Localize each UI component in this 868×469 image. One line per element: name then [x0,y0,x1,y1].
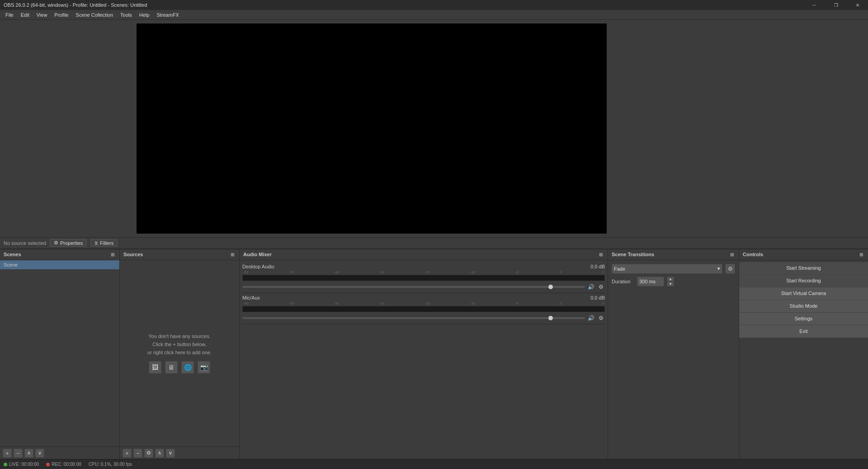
scenes-panel-popout-icon[interactable]: ⊞ [109,251,116,258]
duration-spinbox: ▲ ▼ [667,277,674,286]
controls-panel: Controls ⊞ Start Streaming Start Recordi… [739,249,868,460]
scenes-add-button[interactable]: + [3,449,12,458]
sources-move-down-button[interactable]: ∨ [166,449,175,458]
scenes-panel-title: Scenes [4,252,21,257]
menubar: File Edit View Profile Scene Collection … [0,10,868,20]
duration-decrement-button[interactable]: ▼ [667,281,674,286]
source-status-bar: No source selected ⚙ Properties ⧖ Filter… [0,237,868,249]
sources-empty-line3: or right click here to add one. [147,349,212,357]
audio-mixer-panel: Audio Mixer ⊞ Desktop Audio 0.0 dB -60-5… [240,249,608,460]
main-area: No source selected ⚙ Properties ⧖ Filter… [0,20,868,469]
transitions-panel-header: Scene Transitions ⊞ [608,249,739,260]
desktop-audio-header: Desktop Audio 0.0 dB [242,264,605,269]
sources-empty-message[interactable]: You don't have any sources. Click the + … [120,260,239,447]
desktop-audio-controls: 🔊 ⚙ [242,283,605,291]
rec-indicator [46,463,50,466]
status-footer: LIVE: 00:00:00 REC: 00:00:00 CPU: 0.1%, … [0,459,868,469]
studio-mode-button[interactable]: Studio Mode [739,300,868,313]
restore-button[interactable]: ❐ [826,0,846,10]
no-source-label: No source selected [4,240,46,246]
controls-panel-popout-icon[interactable]: ⊞ [858,251,864,258]
menu-edit[interactable]: Edit [17,10,33,20]
cpu-status: CPU: 0.1%, 30.00 fps [89,462,132,467]
audio-panel-popout-icon[interactable]: ⊞ [598,251,604,258]
audio-panel-header: Audio Mixer ⊞ [240,249,608,260]
duration-increment-button[interactable]: ▲ [667,277,674,281]
source-icon-camera[interactable]: 📷 [198,361,210,374]
titlebar: OBS 26.0.2 (64-bit, windows) - Profile: … [0,0,868,10]
close-button[interactable]: ✕ [847,0,868,10]
menu-view[interactable]: View [33,10,51,20]
titlebar-text: OBS 26.0.2 (64-bit, windows) - Profile: … [4,2,147,8]
cpu-label: CPU: 0.1%, 30.00 fps [89,462,132,467]
filter-icon: ⧖ [94,240,98,246]
transition-type-chevron: ▾ [717,266,720,272]
transition-settings-button[interactable]: ⚙ [725,264,735,274]
scenes-panel-header: Scenes ⊞ [0,249,119,260]
sources-empty-line1: You don't have any sources. [148,333,210,341]
scene-item-untitled[interactable]: Scene [0,260,119,269]
sources-panel-popout-icon[interactable]: ⊞ [229,251,236,258]
source-type-icons: 🖼 🖥 🌐 📷 [149,361,210,374]
source-icon-browser[interactable]: 🌐 [181,361,194,374]
mic-audio-slider[interactable] [242,317,585,319]
transitions-panel-popout-icon[interactable]: ⊞ [729,251,735,258]
sources-remove-button[interactable]: − [133,449,142,458]
start-streaming-button[interactable]: Start Streaming [739,262,868,275]
panels-row: Scenes ⊞ Scene + − ∧ ∨ Sources ⊞ [0,249,868,460]
sources-add-button[interactable]: + [123,449,132,458]
transition-type-row: Fade ▾ ⚙ [612,264,735,274]
desktop-mute-button[interactable]: 🔊 [587,283,595,291]
sources-panel-title: Sources [123,252,143,257]
mic-audio-label: Mic/Aux [242,295,260,300]
audio-panel-title: Audio Mixer [243,252,272,257]
duration-input[interactable]: 300 ms [637,277,664,286]
sources-move-up-button[interactable]: ∧ [155,449,164,458]
mic-audio-ticks: -60-50-40-30-20-10-6-30 [242,301,605,305]
mic-mute-button[interactable]: 🔊 [587,314,595,322]
rec-status: REC: 00:00:00 [46,462,81,467]
transition-controls: Fade ▾ ⚙ Duration 300 ms ▲ ▼ [608,260,739,290]
menu-streamfx[interactable]: StreamFX [153,10,183,20]
preview-area [0,20,868,237]
menu-help[interactable]: Help [136,10,153,20]
exit-button[interactable]: Exit [739,325,868,338]
minimize-button[interactable]: ─ [804,0,825,10]
live-timer: LIVE: 00:00:00 [9,462,39,467]
controls-panel-title: Controls [743,252,763,257]
menu-profile[interactable]: Profile [51,10,72,20]
transition-type-select[interactable]: Fade ▾ [612,264,722,274]
menu-scene-collection[interactable]: Scene Collection [72,10,117,20]
scenes-panel: Scenes ⊞ Scene + − ∧ ∨ [0,249,120,460]
sources-panel-header: Sources ⊞ [120,249,239,260]
mic-settings-button[interactable]: ⚙ [597,314,605,322]
scenes-move-down-button[interactable]: ∨ [35,449,44,458]
filters-button[interactable]: ⧖ Filters [90,239,118,247]
settings-button[interactable]: Settings [739,313,868,325]
preview-canvas [137,23,607,234]
desktop-settings-button[interactable]: ⚙ [597,283,605,291]
mic-audio-meter [242,306,605,312]
desktop-audio-thumb [548,285,553,289]
start-recording-button[interactable]: Start Recording [739,275,868,287]
sources-toolbar: + − ⚙ ∧ ∨ [120,446,239,459]
sources-empty-line2: Click the + button below, [152,341,207,349]
start-virtual-camera-button[interactable]: Start Virtual Camera [739,287,868,300]
duration-label: Duration [612,279,634,284]
gear-icon: ⚙ [54,240,58,246]
sources-settings-button[interactable]: ⚙ [144,449,153,458]
menu-tools[interactable]: Tools [117,10,136,20]
audio-track-mic: Mic/Aux 0.0 dB -60-50-40-30-20-10-6-30 [241,293,606,324]
scenes-remove-button[interactable]: − [14,449,23,458]
source-icon-display[interactable]: 🖥 [165,361,178,374]
scenes-list: Scene [0,260,119,447]
transition-type-label: Fade [614,266,625,272]
transition-duration-row: Duration 300 ms ▲ ▼ [612,277,735,286]
properties-button[interactable]: ⚙ Properties [50,239,87,247]
desktop-audio-slider[interactable] [242,286,585,288]
scenes-move-up-button[interactable]: ∧ [24,449,33,458]
menu-file[interactable]: File [2,10,17,20]
source-icon-image[interactable]: 🖼 [149,361,161,374]
sources-panel: Sources ⊞ You don't have any sources. Cl… [120,249,240,460]
duration-value: 300 ms [639,279,656,284]
